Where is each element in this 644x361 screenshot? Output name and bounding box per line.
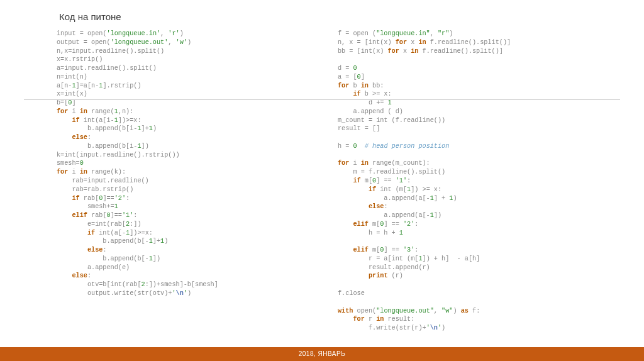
footer: 2018, ЯНВАРЬ	[0, 347, 644, 361]
slide: Код на питоне input = open('longqueue.in…	[0, 0, 644, 361]
code-left: input = open('longqueue.in', 'r') output…	[57, 30, 306, 333]
slide-title: Код на питоне	[59, 11, 587, 22]
code-right: f = open ("longqueue.in", "r") n, x = [i…	[338, 30, 587, 333]
code-columns: input = open('longqueue.in', 'r') output…	[57, 30, 587, 333]
divider	[24, 99, 620, 100]
